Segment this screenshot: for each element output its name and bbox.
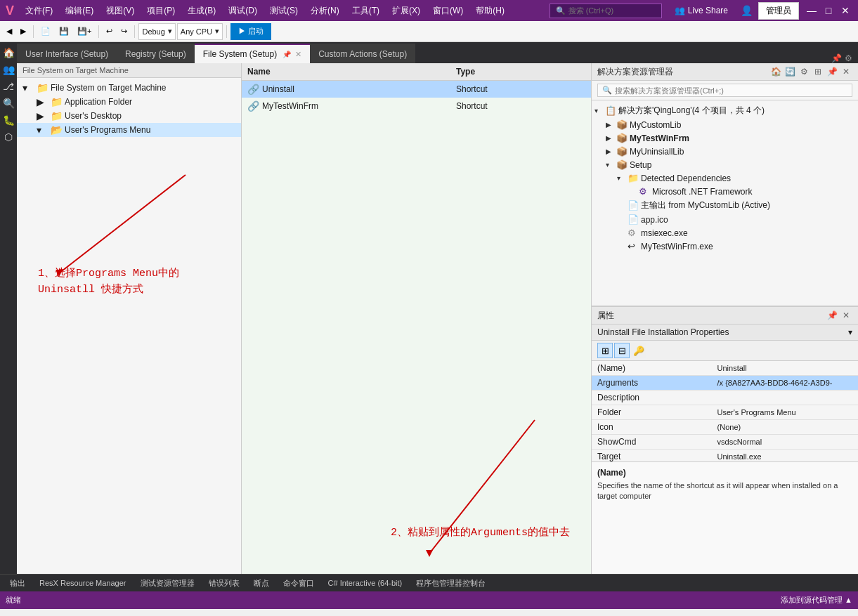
panel-pin-icon[interactable]: 📌: [831, 53, 842, 63]
annotation-text-2: 2、粘贴到属性的Arguments的值中去: [391, 525, 570, 539]
menu-build[interactable]: 生成(B): [182, 2, 221, 20]
sol-home-btn[interactable]: 🏠: [769, 65, 782, 78]
prop-key-btn[interactable]: 🔑: [631, 343, 646, 358]
bottom-tab-test-explorer[interactable]: 测试资源管理器: [134, 576, 202, 591]
activity-solution-icon[interactable]: 🏠: [1, 45, 16, 60]
prop-alphabetical-btn[interactable]: ⊟: [614, 343, 630, 358]
menu-window[interactable]: 窗口(W): [427, 2, 469, 20]
maximize-button[interactable]: □: [821, 4, 836, 18]
right-panel: 解决方案资源管理器 🏠 🔄 ⚙ ⊞ 📌 ✕ 🔍: [591, 63, 858, 574]
svg-marker-3: [426, 550, 433, 557]
sol-filter-btn[interactable]: ⊞: [812, 65, 824, 78]
activity-extensions-icon[interactable]: ⬡: [1, 129, 16, 145]
sol-item-mytestwinfrm[interactable]: ▶ 📦 MyTestWinFrm: [592, 131, 858, 145]
properties-scroll[interactable]: (Name) Uninstall Arguments /x {8A827AA3-…: [592, 361, 858, 461]
manage-button[interactable]: 管理员: [758, 2, 799, 20]
minimize-button[interactable]: —: [805, 4, 819, 18]
file-row-mytestwinfrm[interactable]: 🔗 MyTestWinFrm Shortcut: [242, 98, 591, 114]
bottom-tab-output[interactable]: 输出: [3, 576, 32, 591]
arrow-canvas-2: [289, 385, 570, 596]
tree-item-programs-menu[interactable]: ▾ 📂 User's Programs Menu: [17, 123, 241, 137]
undo-button[interactable]: ↩: [103, 23, 116, 40]
prop-categorized-btn[interactable]: ⊞: [597, 343, 613, 358]
sol-item-solution[interactable]: ▾ 📋 解决方案'QingLong'(4 个项目，共 4 个): [592, 103, 858, 118]
solution-search-input[interactable]: [615, 86, 847, 95]
main-toolbar: ◀ ▶ 📄 💾 💾+ ↩ ↪ Debug ▾ Any CPU ▾ ▶ 启动: [0, 21, 858, 42]
prop-footer-desc: Specifies the name of the shortcut as it…: [597, 480, 852, 502]
prop-pin-btn[interactable]: 📌: [826, 309, 838, 322]
fs-panel-header: File System on Target Machine: [17, 63, 241, 78]
activity-debug-icon[interactable]: 🐛: [1, 112, 16, 128]
prop-row-showcmd[interactable]: ShowCmd vsdscNormal: [592, 435, 858, 450]
cpu-dropdown[interactable]: Any CPU ▾: [177, 23, 223, 40]
title-right: 👥 Live Share 👤 管理员: [668, 2, 799, 20]
activity-team-icon[interactable]: 👥: [1, 62, 16, 77]
activity-search-icon[interactable]: 🔍: [1, 96, 16, 111]
sol-item-myuninsiall[interactable]: ▶ 📦 MyUninsiallLib: [592, 145, 858, 158]
live-share-button[interactable]: 👥 Live Share: [668, 4, 735, 18]
menu-help[interactable]: 帮助(H): [470, 2, 510, 20]
sol-sync-btn[interactable]: 🔄: [784, 65, 796, 78]
menu-view[interactable]: 视图(V): [100, 2, 140, 20]
menu-file[interactable]: 文件(F): [20, 2, 58, 20]
activity-git-icon[interactable]: ⎇: [1, 79, 16, 94]
tab-close-button[interactable]: ✕: [295, 50, 301, 59]
menu-edit[interactable]: 编辑(E): [60, 2, 99, 20]
debug-config-dropdown[interactable]: Debug ▾: [138, 23, 175, 40]
content-area: File System on Target Machine ▾ 📁 File S…: [17, 63, 858, 574]
new-file-button[interactable]: 📄: [37, 23, 54, 40]
save-button[interactable]: 💾: [56, 23, 72, 40]
menu-test[interactable]: 测试(S): [264, 2, 304, 20]
menu-extensions[interactable]: 扩展(X): [386, 2, 426, 20]
bottom-tab-resx[interactable]: ResX Resource Manager: [32, 577, 134, 589]
sol-pin-btn[interactable]: 📌: [826, 65, 838, 78]
folder-icon: 📁: [51, 96, 62, 107]
tab-custom-actions[interactable]: Custom Actions (Setup): [310, 44, 415, 63]
prop-close-btn[interactable]: ✕: [840, 309, 852, 322]
menu-project[interactable]: 项目(P): [141, 2, 181, 20]
prop-footer-title: (Name): [597, 468, 852, 478]
save-all-button[interactable]: 💾+: [74, 23, 95, 40]
bottom-tab-breakpoints[interactable]: 断点: [247, 576, 276, 591]
tab-file-system[interactable]: File System (Setup) 📌 ✕: [195, 44, 310, 63]
tree-item-appfolder[interactable]: ▶ 📁 Application Folder: [17, 95, 241, 109]
sol-item-mycustomlib[interactable]: ▶ 📦 MyCustomLib: [592, 118, 858, 131]
tab-registry[interactable]: Registry (Setup): [117, 44, 195, 63]
bottom-tab-errors[interactable]: 错误列表: [202, 576, 247, 591]
prop-dropdown-icon[interactable]: ▾: [848, 327, 852, 337]
sol-item-dotnet[interactable]: ⚙ Microsoft .NET Framework: [592, 185, 858, 198]
sol-item-setup[interactable]: ▾ 📦 Setup: [592, 158, 858, 171]
prop-row-icon[interactable]: Icon (None): [592, 420, 858, 435]
prop-row-name[interactable]: (Name) Uninstall: [592, 361, 858, 376]
menu-analyze[interactable]: 分析(N): [305, 2, 345, 20]
search-input[interactable]: [568, 6, 646, 15]
title-search[interactable]: 🔍: [550, 4, 662, 18]
sol-item-mytestwinfrm-exe[interactable]: ↩ MyTestWinFrm.exe: [592, 240, 858, 253]
prop-row-description[interactable]: Description: [592, 391, 858, 405]
file-row-uninstall[interactable]: 🔗 Uninstall Shortcut: [242, 81, 591, 98]
sol-item-main-output[interactable]: 📄 主输出 from MyCustomLib (Active): [592, 198, 858, 213]
close-button[interactable]: ✕: [838, 4, 852, 18]
menu-tools[interactable]: 工具(T): [346, 2, 385, 20]
redo-button[interactable]: ↪: [117, 23, 131, 40]
menu-debug[interactable]: 调试(D): [223, 2, 263, 20]
sol-close-btn[interactable]: ✕: [840, 65, 852, 78]
forward-button[interactable]: ▶: [17, 23, 30, 40]
sol-item-msiexec[interactable]: ⚙ msiexec.exe: [592, 226, 858, 240]
tab-bar: User Interface (Setup) Registry (Setup) …: [17, 42, 858, 63]
sol-item-detected-deps[interactable]: ▾ 📁 Detected Dependencies: [592, 171, 858, 185]
prop-row-arguments[interactable]: Arguments /x {8A827AA3-BDD8-4642-A3D9-: [592, 376, 858, 391]
panel-settings-icon[interactable]: ⚙: [845, 53, 852, 63]
prop-row-folder[interactable]: Folder User's Programs Menu: [592, 405, 858, 420]
solution-search-box[interactable]: 🔍: [597, 84, 852, 97]
fs-tree: ▾ 📁 File System on Target Machine ▶ 📁 Ap…: [17, 78, 241, 140]
tree-item-desktop[interactable]: ▶ 📁 User's Desktop: [17, 109, 241, 123]
sol-item-appico[interactable]: 📄 app.ico: [592, 213, 858, 226]
tab-user-interface[interactable]: User Interface (Setup): [17, 44, 117, 63]
start-button[interactable]: ▶ 启动: [230, 23, 271, 40]
prop-row-target[interactable]: Target Uninstall.exe: [592, 450, 858, 462]
back-button[interactable]: ◀: [3, 23, 15, 40]
ico-icon: 📄: [628, 214, 639, 225]
project-icon: 📦: [616, 159, 628, 170]
sol-settings-btn[interactable]: ⚙: [798, 65, 810, 78]
